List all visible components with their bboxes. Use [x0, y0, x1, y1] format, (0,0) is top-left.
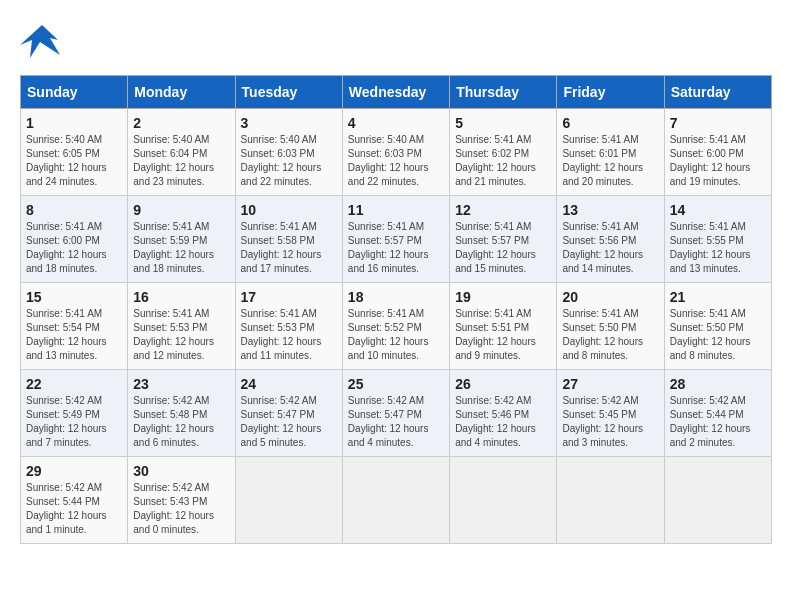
- header-row: SundayMondayTuesdayWednesdayThursdayFrid…: [21, 76, 772, 109]
- daylight-label: Daylight: 12 hours and 22 minutes.: [241, 162, 322, 187]
- calendar-cell: [557, 457, 664, 544]
- daylight-label: Daylight: 12 hours and 7 minutes.: [26, 423, 107, 448]
- sunset-label: Sunset: 5:58 PM: [241, 235, 315, 246]
- day-number: 21: [670, 289, 766, 305]
- cell-info: Sunrise: 5:42 AM Sunset: 5:43 PM Dayligh…: [133, 481, 229, 537]
- calendar-cell: [450, 457, 557, 544]
- cell-info: Sunrise: 5:40 AM Sunset: 6:04 PM Dayligh…: [133, 133, 229, 189]
- day-number: 30: [133, 463, 229, 479]
- cell-info: Sunrise: 5:42 AM Sunset: 5:44 PM Dayligh…: [670, 394, 766, 450]
- day-number: 2: [133, 115, 229, 131]
- daylight-label: Daylight: 12 hours and 5 minutes.: [241, 423, 322, 448]
- day-number: 27: [562, 376, 658, 392]
- sunset-label: Sunset: 6:00 PM: [26, 235, 100, 246]
- calendar-cell: 9 Sunrise: 5:41 AM Sunset: 5:59 PM Dayli…: [128, 196, 235, 283]
- calendar-cell: 16 Sunrise: 5:41 AM Sunset: 5:53 PM Dayl…: [128, 283, 235, 370]
- day-number: 28: [670, 376, 766, 392]
- sunrise-label: Sunrise: 5:42 AM: [348, 395, 424, 406]
- sunset-label: Sunset: 6:02 PM: [455, 148, 529, 159]
- daylight-label: Daylight: 12 hours and 4 minutes.: [455, 423, 536, 448]
- sunset-label: Sunset: 6:00 PM: [670, 148, 744, 159]
- day-number: 16: [133, 289, 229, 305]
- calendar-cell: 3 Sunrise: 5:40 AM Sunset: 6:03 PM Dayli…: [235, 109, 342, 196]
- sunrise-label: Sunrise: 5:41 AM: [455, 134, 531, 145]
- cell-info: Sunrise: 5:41 AM Sunset: 5:59 PM Dayligh…: [133, 220, 229, 276]
- calendar-cell: 23 Sunrise: 5:42 AM Sunset: 5:48 PM Dayl…: [128, 370, 235, 457]
- logo: [20, 20, 69, 65]
- cell-info: Sunrise: 5:42 AM Sunset: 5:47 PM Dayligh…: [348, 394, 444, 450]
- daylight-label: Daylight: 12 hours and 16 minutes.: [348, 249, 429, 274]
- calendar-cell: [342, 457, 449, 544]
- day-number: 6: [562, 115, 658, 131]
- daylight-label: Daylight: 12 hours and 24 minutes.: [26, 162, 107, 187]
- daylight-label: Daylight: 12 hours and 22 minutes.: [348, 162, 429, 187]
- daylight-label: Daylight: 12 hours and 6 minutes.: [133, 423, 214, 448]
- sunrise-label: Sunrise: 5:41 AM: [670, 221, 746, 232]
- sunrise-label: Sunrise: 5:42 AM: [670, 395, 746, 406]
- calendar-cell: 12 Sunrise: 5:41 AM Sunset: 5:57 PM Dayl…: [450, 196, 557, 283]
- daylight-label: Daylight: 12 hours and 4 minutes.: [348, 423, 429, 448]
- sunset-label: Sunset: 6:05 PM: [26, 148, 100, 159]
- calendar-cell: 28 Sunrise: 5:42 AM Sunset: 5:44 PM Dayl…: [664, 370, 771, 457]
- calendar-cell: 5 Sunrise: 5:41 AM Sunset: 6:02 PM Dayli…: [450, 109, 557, 196]
- day-number: 8: [26, 202, 122, 218]
- cell-info: Sunrise: 5:41 AM Sunset: 5:55 PM Dayligh…: [670, 220, 766, 276]
- calendar-cell: 29 Sunrise: 5:42 AM Sunset: 5:44 PM Dayl…: [21, 457, 128, 544]
- day-number: 15: [26, 289, 122, 305]
- day-number: 20: [562, 289, 658, 305]
- sunset-label: Sunset: 5:43 PM: [133, 496, 207, 507]
- day-number: 13: [562, 202, 658, 218]
- cell-info: Sunrise: 5:41 AM Sunset: 5:54 PM Dayligh…: [26, 307, 122, 363]
- cell-info: Sunrise: 5:40 AM Sunset: 6:05 PM Dayligh…: [26, 133, 122, 189]
- calendar-body: 1 Sunrise: 5:40 AM Sunset: 6:05 PM Dayli…: [21, 109, 772, 544]
- sunrise-label: Sunrise: 5:40 AM: [241, 134, 317, 145]
- daylight-label: Daylight: 12 hours and 11 minutes.: [241, 336, 322, 361]
- daylight-label: Daylight: 12 hours and 13 minutes.: [26, 336, 107, 361]
- day-number: 26: [455, 376, 551, 392]
- calendar-cell: 20 Sunrise: 5:41 AM Sunset: 5:50 PM Dayl…: [557, 283, 664, 370]
- daylight-label: Daylight: 12 hours and 18 minutes.: [133, 249, 214, 274]
- sunrise-label: Sunrise: 5:41 AM: [241, 221, 317, 232]
- day-number: 17: [241, 289, 337, 305]
- sunrise-label: Sunrise: 5:40 AM: [26, 134, 102, 145]
- header-wednesday: Wednesday: [342, 76, 449, 109]
- cell-info: Sunrise: 5:40 AM Sunset: 6:03 PM Dayligh…: [348, 133, 444, 189]
- sunset-label: Sunset: 5:54 PM: [26, 322, 100, 333]
- calendar-cell: 13 Sunrise: 5:41 AM Sunset: 5:56 PM Dayl…: [557, 196, 664, 283]
- daylight-label: Daylight: 12 hours and 0 minutes.: [133, 510, 214, 535]
- header-monday: Monday: [128, 76, 235, 109]
- cell-info: Sunrise: 5:41 AM Sunset: 5:52 PM Dayligh…: [348, 307, 444, 363]
- bird-svg: [20, 20, 65, 60]
- sunset-label: Sunset: 5:56 PM: [562, 235, 636, 246]
- header-thursday: Thursday: [450, 76, 557, 109]
- sunset-label: Sunset: 5:51 PM: [455, 322, 529, 333]
- calendar-cell: 30 Sunrise: 5:42 AM Sunset: 5:43 PM Dayl…: [128, 457, 235, 544]
- sunrise-label: Sunrise: 5:40 AM: [348, 134, 424, 145]
- calendar-cell: [235, 457, 342, 544]
- sunset-label: Sunset: 5:50 PM: [562, 322, 636, 333]
- sunset-label: Sunset: 6:03 PM: [348, 148, 422, 159]
- sunrise-label: Sunrise: 5:41 AM: [562, 308, 638, 319]
- cell-info: Sunrise: 5:42 AM Sunset: 5:46 PM Dayligh…: [455, 394, 551, 450]
- sunrise-label: Sunrise: 5:41 AM: [241, 308, 317, 319]
- calendar-cell: 24 Sunrise: 5:42 AM Sunset: 5:47 PM Dayl…: [235, 370, 342, 457]
- daylight-label: Daylight: 12 hours and 19 minutes.: [670, 162, 751, 187]
- sunset-label: Sunset: 6:03 PM: [241, 148, 315, 159]
- day-number: 1: [26, 115, 122, 131]
- sunrise-label: Sunrise: 5:42 AM: [455, 395, 531, 406]
- day-number: 3: [241, 115, 337, 131]
- sunrise-label: Sunrise: 5:42 AM: [26, 482, 102, 493]
- sunset-label: Sunset: 5:49 PM: [26, 409, 100, 420]
- sunset-label: Sunset: 5:53 PM: [133, 322, 207, 333]
- calendar-cell: 11 Sunrise: 5:41 AM Sunset: 5:57 PM Dayl…: [342, 196, 449, 283]
- sunrise-label: Sunrise: 5:42 AM: [562, 395, 638, 406]
- day-number: 4: [348, 115, 444, 131]
- cell-info: Sunrise: 5:42 AM Sunset: 5:48 PM Dayligh…: [133, 394, 229, 450]
- cell-info: Sunrise: 5:41 AM Sunset: 5:53 PM Dayligh…: [241, 307, 337, 363]
- calendar-cell: 2 Sunrise: 5:40 AM Sunset: 6:04 PM Dayli…: [128, 109, 235, 196]
- header: [20, 20, 772, 65]
- sunset-label: Sunset: 5:53 PM: [241, 322, 315, 333]
- header-friday: Friday: [557, 76, 664, 109]
- daylight-label: Daylight: 12 hours and 8 minutes.: [562, 336, 643, 361]
- logo-bird-icon: [20, 20, 65, 65]
